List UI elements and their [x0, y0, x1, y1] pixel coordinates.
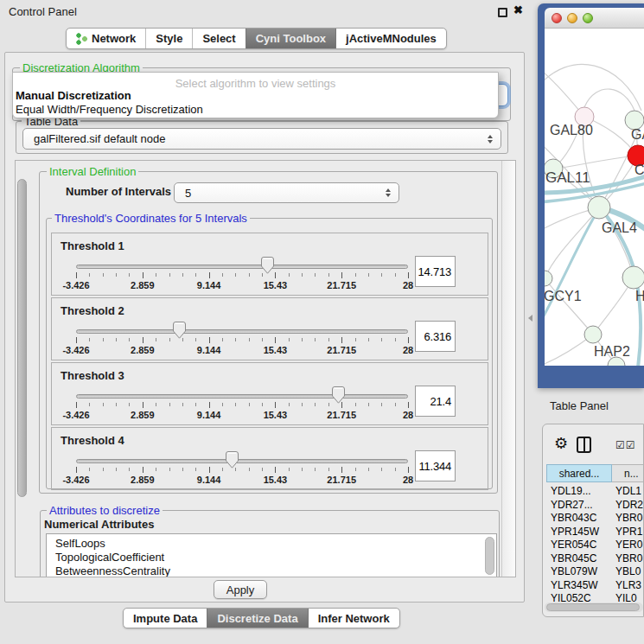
list-item[interactable]: BetweennessCentrality [47, 564, 496, 577]
threshold-value-field[interactable]: 21.4 [415, 386, 456, 417]
threshold-4-box: Threshold 4-3.4262.8599.14415.4321.71528… [51, 427, 488, 490]
network-canvas[interactable]: GAL80GACGAL11GAL4GCY1HHAP2 [545, 29, 644, 366]
combo-stepper-icon [488, 135, 493, 143]
cell-shared-name: YBR045C [546, 552, 612, 565]
cell-name: YBL0 [612, 565, 644, 578]
num-intervals-value: 5 [185, 187, 191, 200]
numerical-attributes-list[interactable]: SelfLoopsTopologicalCoefficientBetweenne… [46, 533, 497, 577]
interval-definition-group: Interval Definition Number of Intervals … [39, 171, 498, 494]
network-node[interactable] [588, 196, 610, 219]
node-label: GAL4 [602, 220, 637, 235]
slider-thumb[interactable] [173, 322, 186, 339]
table-panel: shared... n... YDL19...YDL1YDR27...YDR2Y… [542, 424, 644, 617]
horizontal-scrollbar[interactable] [545, 603, 643, 612]
tab-discretize-data[interactable]: Discretize Data [207, 609, 307, 628]
tab-label: Network [92, 32, 136, 45]
float-icon[interactable] [498, 8, 507, 17]
table-row[interactable]: YDL19...YDL1 [546, 485, 644, 498]
node-label: HAP2 [594, 344, 630, 359]
tab-select[interactable]: Select [192, 29, 245, 48]
splitter-collapse-icon[interactable] [528, 315, 532, 322]
threshold-value-field[interactable]: 14.713 [415, 256, 456, 287]
slider-tick-labels: -3.4262.8599.14415.4321.71528 [76, 280, 408, 290]
network-node[interactable] [545, 271, 552, 286]
tab-infer-network[interactable]: Infer Network [308, 609, 399, 628]
list-item[interactable]: TopologicalCoefficient [47, 551, 496, 564]
node-label: GAL11 [545, 169, 590, 186]
list-scrollbar[interactable] [485, 537, 494, 575]
threshold-label: Threshold 4 [61, 434, 124, 447]
tab-impute-data[interactable]: Impute Data [124, 609, 207, 628]
table-row[interactable]: YBR043CYBR0 [546, 512, 644, 525]
apply-button[interactable]: Apply [214, 580, 267, 599]
cell-name: YBR0 [612, 512, 644, 525]
slider-track[interactable] [76, 394, 408, 399]
table-header-row: shared... n... [546, 464, 644, 482]
slider-thumb[interactable] [261, 257, 274, 274]
dropdown-option-equal-width-frequency[interactable]: Equal Width/Frequency Discretization [16, 103, 203, 116]
slider-ticks [76, 272, 408, 279]
zoom-traffic-light-icon[interactable] [583, 13, 593, 23]
tab-label: Select [202, 32, 235, 45]
threshold-value-field[interactable]: 11.344 [415, 450, 456, 481]
minimize-traffic-light-icon[interactable] [567, 13, 577, 23]
table-data-combobox[interactable]: galFiltered.sif default node [22, 128, 501, 150]
tab-network[interactable]: Network [67, 29, 145, 48]
slider-thumb[interactable] [332, 386, 345, 404]
table-row[interactable]: YPR145WYPR1 [546, 526, 644, 539]
table-row[interactable]: YBR045CYBR0 [546, 552, 644, 565]
slider-tick-labels: -3.4262.8599.14415.4321.71528 [76, 345, 408, 355]
network-window-titlebar[interactable] [545, 8, 644, 29]
slider-track[interactable] [76, 459, 408, 463]
network-node[interactable] [584, 326, 602, 343]
network-graph[interactable]: GAL80GACGAL11GAL4GCY1HHAP2 [545, 29, 644, 366]
algorithm-placeholder: Select algorithm to view settings [13, 77, 498, 90]
slider-ticks [76, 337, 408, 344]
attributes-group: Attributes to discretize Numerical Attri… [40, 510, 500, 577]
table-panel-title: Table Panel [550, 399, 609, 412]
settings-scroll-area: Interval Definition Number of Intervals … [15, 160, 516, 577]
threshold-3-box: Threshold 3-3.4262.8599.14415.4321.71528… [51, 362, 488, 425]
table-row[interactable]: YER054CYER0 [546, 539, 644, 552]
threshold-label: Threshold 3 [61, 369, 124, 382]
column-header-shared[interactable]: shared... [546, 464, 612, 482]
column-split-icon[interactable] [577, 437, 591, 453]
tab-label: jActiveMNodules [346, 32, 437, 45]
table-row[interactable]: YBL079WYBL0 [546, 565, 644, 578]
slider-track[interactable] [76, 329, 408, 334]
num-intervals-combobox[interactable]: 5 [174, 182, 399, 203]
group-label: Threshold's Coordinates for 5 Intervals [52, 212, 250, 225]
combo-stepper-icon [386, 188, 391, 197]
close-icon[interactable] [513, 3, 523, 16]
tab-label: Impute Data [133, 612, 197, 625]
dropdown-option-manual-discretization[interactable]: Manual Discretization [16, 89, 131, 102]
threshold-value-field[interactable]: 6.316 [415, 321, 456, 352]
slider-ticks [76, 467, 408, 474]
column-header-name[interactable]: n... [612, 464, 644, 482]
table-row[interactable]: YDR27...YDR2 [546, 499, 644, 512]
threshold-2-box: Threshold 2-3.4262.8599.14415.4321.71528… [51, 297, 488, 360]
slider-tick-labels: -3.4262.8599.14415.4321.71528 [76, 410, 408, 420]
tab-style[interactable]: Style [145, 29, 192, 48]
tab-cyni-toolbox[interactable]: Cyni Toolbox [245, 29, 335, 48]
algorithm-dropdown-popup: Select algorithm to view settings Manual… [12, 72, 499, 118]
slider-track[interactable] [76, 265, 408, 269]
node-label: H [635, 289, 644, 303]
close-traffic-light-icon[interactable] [552, 13, 562, 23]
scrollbar-track[interactable] [501, 161, 515, 577]
cell-name: YDR2 [612, 499, 644, 512]
cell-name: YLR3 [612, 579, 644, 592]
bottom-tab-bar: Impute DataDiscretize DataInfer Network [123, 608, 400, 628]
select-all-checkboxes-icon[interactable] [615, 439, 636, 451]
network-node[interactable] [622, 266, 644, 289]
gear-icon[interactable] [554, 436, 568, 451]
group-label: Attributes to discretize [47, 504, 163, 517]
tab-jactivemnodules[interactable]: jActiveMNodules [335, 29, 446, 48]
slider-thumb[interactable] [226, 451, 239, 469]
list-item[interactable]: SelfLoops [47, 537, 496, 551]
tab-label: Infer Network [318, 612, 390, 625]
panel-title: Control Panel [9, 5, 77, 18]
threshold-1-box: Threshold 1-3.4262.8599.14415.4321.71528… [51, 233, 488, 296]
scrollbar-thumb[interactable] [17, 179, 27, 497]
table-row[interactable]: YLR345WYLR3 [546, 579, 644, 592]
